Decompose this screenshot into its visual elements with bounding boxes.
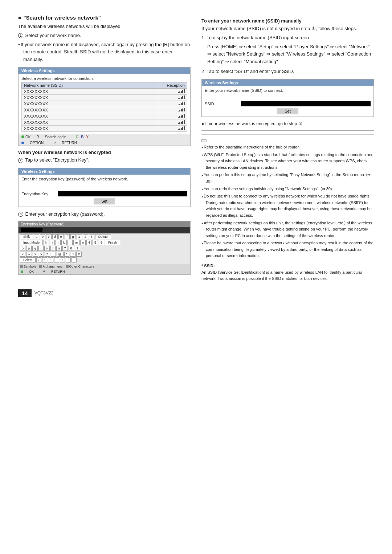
delete-key[interactable]: Delete [95, 234, 111, 239]
key-2[interactable]: 2 [83, 234, 88, 239]
key-dot[interactable]: . [51, 252, 56, 257]
page-number: 14 [18, 289, 32, 297]
key-s[interactable]: s [44, 246, 50, 251]
key-at[interactable]: @ [57, 252, 64, 257]
keyboard-row-5: Select / : ~ - ' " · [20, 257, 189, 262]
key-dash[interactable]: - [54, 257, 59, 262]
key-apos[interactable]: ' [60, 257, 65, 262]
key-b[interactable]: b [40, 234, 45, 239]
key-hash[interactable]: # [76, 252, 82, 257]
key-5[interactable]: 5 [93, 240, 98, 245]
key-slash[interactable]: / [36, 257, 41, 262]
key-d[interactable]: d [52, 234, 58, 239]
key-t[interactable]: t [50, 246, 56, 251]
key-i[interactable]: i [50, 240, 55, 245]
option-dot [21, 141, 24, 145]
note-icon: □□ [201, 138, 374, 143]
key-v[interactable]: v [20, 252, 25, 257]
key-e[interactable]: e [58, 234, 64, 239]
key-1[interactable]: 1 [77, 234, 82, 239]
key-y[interactable]: y [39, 252, 44, 257]
wireless-box-3: Wireless Settings Enter your network nam… [201, 79, 374, 117]
key-q[interactable]: q [32, 246, 38, 251]
signal-bar-2 [181, 103, 182, 105]
key-p[interactable]: p [26, 246, 32, 251]
keyboard-ok-return-row: OK ⤶ RETURN [19, 269, 190, 274]
doc-code: VQT3V22 [34, 290, 54, 296]
page-number-row: 14 VQT3V22 [18, 289, 374, 297]
network-name-6[interactable]: XXXXXXXXX [22, 125, 158, 131]
signal-bar-1 [179, 122, 180, 124]
key-tilde[interactable]: ~ [48, 257, 53, 262]
keyboard-input-row [19, 227, 190, 233]
network-reception-2 [158, 101, 187, 107]
step1-text: 1 Select your network name. [18, 32, 191, 40]
alphanumeric-square [39, 265, 42, 268]
input-mode-key[interactable]: Input Mode [20, 240, 43, 245]
key-o[interactable]: o [20, 246, 25, 251]
step1-text-right: To display the network name (SSID) input… [207, 35, 311, 40]
ssid-note-title: * SSID: [201, 264, 215, 268]
signal-bar-2 [181, 109, 182, 111]
key-7[interactable]: 7 [62, 246, 68, 251]
key-g[interactable]: g [70, 234, 76, 239]
ssid-footnote: * SSID: An SSID (Service Set IDentificat… [201, 263, 374, 282]
return-icon: ⤶ [53, 141, 56, 145]
network-name-1[interactable]: XXXXXXXXX [22, 94, 158, 101]
key-x[interactable]: x [33, 252, 38, 257]
key-n[interactable]: n [80, 240, 86, 245]
encryption-key-input[interactable] [58, 191, 187, 196]
set-button-1[interactable]: Set [94, 198, 115, 204]
key-mid-dot[interactable]: · [72, 257, 77, 262]
keyboard-row-4: v w x y z . @ * 0 # [20, 252, 189, 257]
key-h[interactable]: h [44, 240, 49, 245]
set-button-3[interactable]: Set [277, 108, 298, 114]
key-colon[interactable]: : [42, 257, 47, 262]
select-key[interactable]: Select [20, 257, 36, 262]
signal-bar-2 [181, 97, 182, 99]
encrypted-note: ● If your wireless network is encrypted,… [201, 121, 374, 127]
wireless-box-3-subtitle: Enter your network name (SSID) to connec… [205, 88, 371, 93]
circle-2: 2 [18, 158, 23, 163]
key-a[interactable]: a [34, 234, 39, 239]
signal-bar-1 [179, 91, 180, 93]
signal-bar-3 [182, 96, 183, 99]
key-9[interactable]: 9 [75, 246, 80, 251]
key-6[interactable]: 6 [99, 240, 104, 245]
key-f[interactable]: f [65, 234, 70, 239]
key-quote[interactable]: " [66, 257, 71, 262]
network-name-4[interactable]: XXXXXXXXX [22, 113, 158, 119]
ssid-label: SSID [205, 102, 241, 106]
key-k[interactable]: k [61, 240, 67, 245]
ok-button[interactable]: OK [21, 135, 30, 139]
signal-bar-3 [182, 115, 183, 118]
key-c[interactable]: c [46, 234, 52, 239]
key-l[interactable]: l [68, 240, 73, 245]
key-0[interactable]: 0 [70, 252, 75, 257]
finish-key[interactable]: Finish [105, 240, 120, 245]
network-name-3[interactable]: XXXXXXXXX [22, 107, 158, 113]
key-r[interactable]: r [38, 246, 44, 251]
keyboard-footer: Symbols Alphanumeric Other Characters [19, 264, 190, 269]
encryption-key-label: Encryption Key [21, 192, 58, 196]
network-name-0[interactable]: XXXXXXXXX [22, 88, 158, 94]
alphanumeric-label: Alphanumeric [43, 265, 63, 268]
key-u[interactable]: u [56, 246, 62, 251]
key-star[interactable]: * [64, 252, 69, 257]
key-j[interactable]: j [56, 240, 61, 245]
ssid-input[interactable] [241, 101, 371, 106]
network-name-5[interactable]: XXXXXXXXX [22, 119, 158, 125]
step1-detail-block: Press [HOME] ⇒ select "Setup" ⇒ select "… [201, 43, 374, 66]
ssid-note-text: An SSID (Service Set IDentification) is … [201, 270, 362, 281]
network-name-2[interactable]: XXXXXXXXX [22, 101, 158, 107]
key-3[interactable]: 3 [89, 234, 94, 239]
key-4[interactable]: 4 [86, 240, 92, 245]
key-m[interactable]: m [73, 240, 80, 245]
shift-key[interactable]: Shift [20, 234, 33, 239]
key-8[interactable]: 8 [69, 246, 74, 251]
key-w[interactable]: w [26, 252, 32, 257]
numbered-step-1: 1 To display the network name (SSID) inp… [201, 34, 374, 42]
red-btn: Y [86, 135, 89, 139]
keyboard-input-field[interactable] [21, 228, 42, 232]
key-z[interactable]: z [45, 252, 50, 257]
